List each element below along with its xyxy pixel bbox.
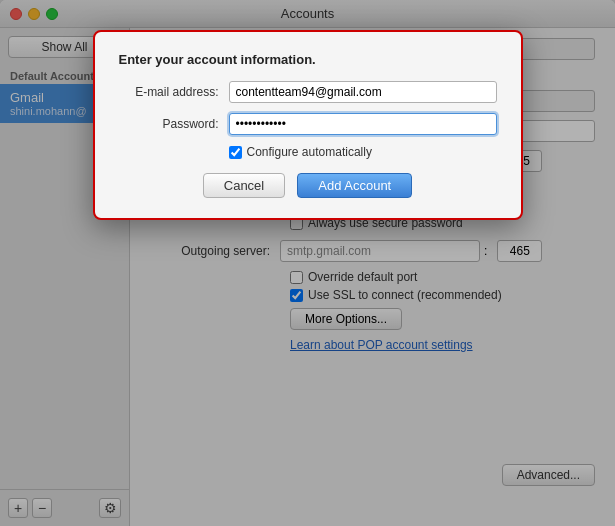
modal-email-label: E-mail address:: [119, 85, 229, 99]
modal-password-input[interactable]: [229, 113, 497, 135]
modal-email-input[interactable]: [229, 81, 497, 103]
modal-title: Enter your account information.: [119, 52, 497, 67]
accounts-window: Accounts Show All Default Account Gmail …: [0, 0, 615, 526]
modal-password-row: Password:: [119, 113, 497, 135]
modal-email-row: E-mail address:: [119, 81, 497, 103]
modal-password-label: Password:: [119, 117, 229, 131]
add-account-modal: Enter your account information. E-mail a…: [93, 30, 523, 220]
cancel-button[interactable]: Cancel: [203, 173, 285, 198]
modal-overlay: Enter your account information. E-mail a…: [0, 0, 615, 526]
configure-auto-checkbox[interactable]: [229, 146, 242, 159]
modal-buttons: Cancel Add Account: [119, 173, 497, 198]
add-account-button[interactable]: Add Account: [297, 173, 412, 198]
configure-auto-label: Configure automatically: [247, 145, 372, 159]
modal-configure-row: Configure automatically: [229, 145, 497, 159]
